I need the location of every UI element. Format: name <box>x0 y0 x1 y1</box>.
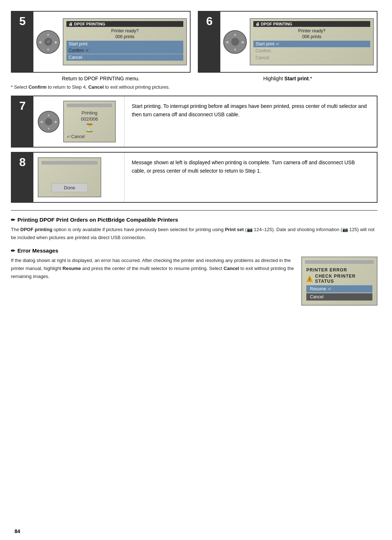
pencil-icon: ✏ <box>11 217 15 223</box>
error-title-text: Error Messages <box>17 247 58 254</box>
error-content: If the dialog shown at right is displaye… <box>11 257 377 306</box>
step-6-number: 6 <box>199 12 220 72</box>
step-6-lcd-line1: Printer ready? <box>253 28 370 33</box>
step-6-menu-confirm: Confirm <box>253 48 370 54</box>
cancel-label: Cancel <box>310 294 323 299</box>
step-8-box: 8 Done Message shown at left is displaye… <box>11 152 377 203</box>
error-lcd-body: PRINTER ERROR ! CHECK PRINTER STATUS <box>305 266 374 302</box>
step-6-menu-cancel: Cancel <box>253 55 370 61</box>
step-6-menu-startprint: Start print ⏎ <box>253 41 370 47</box>
step-5-lcd-line1: Printer ready? <box>66 28 183 33</box>
step-5-lcd: 🖨 DPOF PRINTING Printer ready? 006 print… <box>63 18 187 65</box>
error-lcd-title-line3: STATUS <box>315 279 356 284</box>
dpad6-right: ▶ <box>242 40 245 44</box>
step-7-lcd-header <box>67 104 112 107</box>
caption-6: Highlight Start print.* <box>198 76 377 81</box>
step-7-number: 7 <box>12 96 33 147</box>
step-5-lcd-line2: 006 prints <box>66 34 183 39</box>
step-5-content: ▲ ▼ ◀ ▶ ⏎ 🖨 DPOF PRINTING Printer read <box>33 12 190 72</box>
step-5-box: 5 ▲ ▼ ◀ ▶ ⏎ 🖨 <box>11 11 191 73</box>
step-5-menu-startprint: Start print <box>66 41 183 47</box>
dpad6-left: ◀ <box>225 40 228 44</box>
error-messages-section: ✏ Error Messages If the dialog shown at … <box>11 247 377 306</box>
dpad-down-arrow: ▼ <box>46 48 50 52</box>
step-7-left: 7 ▲ ▼ ◀ ▶ Printing 002/006 <box>12 96 124 147</box>
step-8-number: 8 <box>12 153 33 202</box>
step-6-content: ▲ ▼ ◀ ▶ 🖨 DPOF PRINTING Printer ready? 0… <box>220 12 377 72</box>
error-lcd-title-line2: CHECK PRINTER <box>315 274 356 279</box>
dpad6-up: ▲ <box>233 32 237 36</box>
step-5-number: 5 <box>12 12 33 72</box>
step-7-cancel-label: Cancel <box>71 134 85 139</box>
printer-icon: 🖨 <box>69 22 73 26</box>
step-7-cancel-icon: ⏎ <box>67 135 70 139</box>
step-5-menu-cancel: Cancel <box>66 54 183 61</box>
step-7-hourglass: ⏳ <box>67 123 112 133</box>
info-title: ✏ Printing DPOF Print Orders on PictBrid… <box>11 217 377 223</box>
step-7-lcd-line1: Printing <box>67 110 112 116</box>
info-body: The DPOF printing option is only availab… <box>11 226 377 242</box>
caption-6-bold: Start print <box>285 76 309 81</box>
step-7-lcd: Printing 002/006 ⏳ ⏎ Cancel <box>63 101 116 142</box>
step-6-dpad: ▲ ▼ ◀ ▶ <box>223 30 247 54</box>
resume-enter-icon: ⏎ <box>328 287 331 291</box>
error-lcd: PRINTER ERROR ! CHECK PRINTER STATUS <box>301 257 377 306</box>
error-messages-title: ✏ Error Messages <box>11 247 377 254</box>
step-8-lcd-header <box>41 161 98 165</box>
error-lcd-top-bar <box>305 260 374 264</box>
step-7-dpad: ▲ ▼ ◀ ▶ <box>38 111 60 133</box>
step-5-menu-confirm: Confirm ⏎ <box>66 47 183 54</box>
dpad6-down: ▼ <box>233 48 237 52</box>
step-6-lcd-header: 🖨 DPOF PRINTING <box>253 21 370 27</box>
step-8-done-button: Done <box>52 183 88 192</box>
steps-5-6-row: 5 ▲ ▼ ◀ ▶ ⏎ 🖨 <box>11 11 377 73</box>
dpad-left-arrow: ◀ <box>38 40 41 44</box>
caption-5: Return to DPOF PRINTING menu. <box>11 76 191 81</box>
step-6-lcd-line2: 006 prints <box>253 34 370 39</box>
warning-triangle-icon: ! <box>306 275 313 282</box>
step-5-lcd-header: 🖨 DPOF PRINTING <box>66 21 183 27</box>
step-7-box: 7 ▲ ▼ ◀ ▶ Printing 002/006 <box>11 96 377 148</box>
error-lcd-warning-row: ! CHECK PRINTER STATUS <box>306 274 372 284</box>
step-8-text: Message shown at left is displayed when … <box>124 153 377 202</box>
info-section: ✏ Printing DPOF Print Orders on PictBrid… <box>11 217 377 242</box>
error-body-text: If the dialog shown at right is displaye… <box>11 257 294 306</box>
step-8-left: 8 Done <box>12 153 124 202</box>
dpad-up-arrow: ▲ <box>46 32 50 36</box>
step-7-cancel-row: ⏎ Cancel <box>67 134 112 139</box>
step-8-lcd: Done <box>38 157 101 197</box>
info-title-text: Printing DPOF Print Orders on PictBridge… <box>17 217 178 223</box>
step-6-lcd: 🖨 DPOF PRINTING Printer ready? 006 print… <box>250 18 374 65</box>
step-note: * Select Confirm to return to Step 4, Ca… <box>11 84 377 90</box>
captions-5-6: Return to DPOF PRINTING menu. Highlight … <box>11 76 377 81</box>
page-number: 84 <box>15 528 20 534</box>
step-6-box: 6 ▲ ▼ ◀ ▶ 🖨 DPOF PRINTING <box>198 11 377 73</box>
resume-label: Resume <box>310 286 326 291</box>
error-lcd-resume[interactable]: Resume ⏎ <box>306 285 372 293</box>
step-7-text: Start printing. To interrupt printing be… <box>124 96 377 147</box>
step6-printer-icon: 🖨 <box>256 22 260 26</box>
error-lcd-title-line1: PRINTER ERROR <box>306 267 372 273</box>
error-pencil-icon: ✏ <box>11 248 15 254</box>
step-5-dpad: ▲ ▼ ◀ ▶ ⏎ <box>36 30 60 54</box>
dpad-center-label: ⏎ <box>45 40 52 44</box>
section-divider <box>11 210 377 211</box>
svg-text:!: ! <box>309 277 310 282</box>
dpad-right-arrow: ▶ <box>55 40 58 44</box>
dpad6-center <box>231 38 239 46</box>
error-lcd-cancel[interactable]: Cancel <box>306 293 372 301</box>
step-7-lcd-line2: 002/006 <box>67 116 112 122</box>
